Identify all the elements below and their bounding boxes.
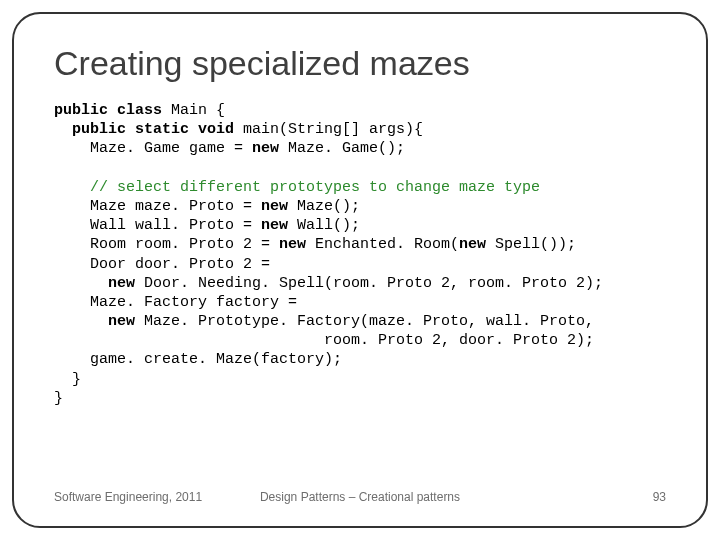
code-text: main(String[] args){: [234, 121, 423, 138]
footer-center: Design Patterns – Creational patterns: [258, 490, 462, 504]
code-kw: new: [279, 236, 306, 253]
code-text: }: [54, 371, 81, 388]
code-text: Maze();: [288, 198, 360, 215]
footer-left: Software Engineering, 2011: [54, 490, 258, 504]
code-text: Wall wall. Proto =: [54, 217, 261, 234]
code-text: Maze maze. Proto =: [54, 198, 261, 215]
code-text: Wall();: [288, 217, 360, 234]
code-kw: new: [252, 140, 279, 157]
slide-title: Creating specialized mazes: [54, 44, 666, 83]
code-text: Spell());: [486, 236, 576, 253]
slide-frame: Creating specialized mazes public class …: [12, 12, 708, 528]
code-text: Room room. Proto 2 =: [54, 236, 279, 253]
code-text: Door. Needing. Spell(room. Proto 2, room…: [135, 275, 603, 292]
code-text: Maze. Game game =: [54, 140, 252, 157]
code-text: Enchanted. Room(: [306, 236, 459, 253]
footer: Software Engineering, 2011 Design Patter…: [54, 490, 666, 504]
code-text: Maze. Game();: [279, 140, 405, 157]
code-text: }: [54, 390, 63, 407]
code-comment: // select different prototypes to change…: [54, 179, 540, 196]
code-kw: new: [261, 217, 288, 234]
code-kw: new: [54, 275, 135, 292]
code-text: Maze. Prototype. Factory(maze. Proto, wa…: [135, 313, 594, 330]
page-number: 93: [462, 490, 666, 504]
code-text: Door door. Proto 2 =: [54, 256, 270, 273]
code-kw: public static void: [54, 121, 234, 138]
code-kw: public class: [54, 102, 162, 119]
code-text: game. create. Maze(factory);: [54, 351, 342, 368]
code-kw: new: [54, 313, 135, 330]
code-kw: new: [261, 198, 288, 215]
code-text: Main {: [162, 102, 225, 119]
code-text: room. Proto 2, door. Proto 2);: [54, 332, 594, 349]
code-kw: new: [459, 236, 486, 253]
code-block: public class Main { public static void m…: [54, 101, 666, 408]
code-text: Maze. Factory factory =: [54, 294, 297, 311]
